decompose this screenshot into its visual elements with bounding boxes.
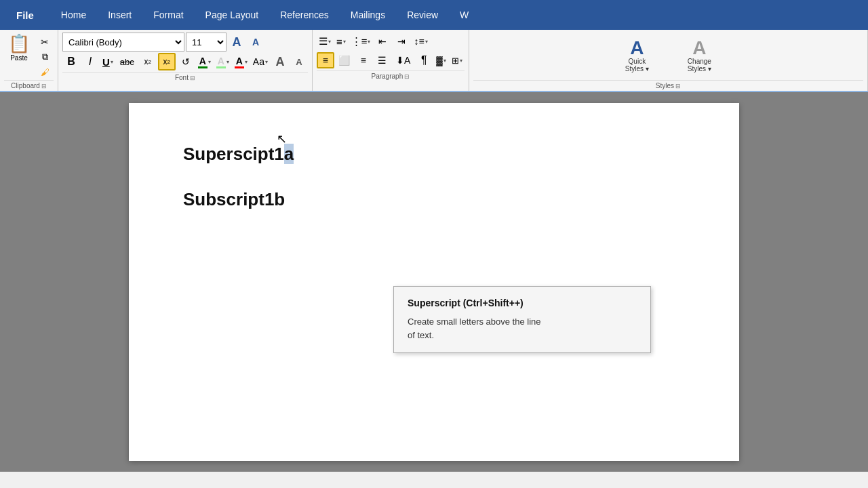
font-row1: Calibri (Body) 11 A A — [62, 33, 308, 52]
cut-button[interactable]: ✂ — [36, 35, 54, 49]
change-styles-button[interactable]: A Change Styles ▾ — [672, 38, 726, 73]
borders-drop-arrow: ▾ — [460, 58, 462, 64]
font-highlight-drop-arrow: ▾ — [226, 59, 229, 65]
multilevel-dropdown[interactable]: ⋮≡ ▾ — [349, 33, 373, 49]
text-highlight-dropdown[interactable]: A ▾ — [196, 54, 213, 70]
font-highlight-dropdown[interactable]: A ▾ — [214, 54, 231, 70]
grow-font-button[interactable]: A — [228, 33, 245, 51]
highlight-drop-arrow: ▾ — [208, 59, 211, 65]
superscript-text: Superscipt1 — [183, 144, 284, 164]
numbering-drop-arrow: ▾ — [343, 39, 346, 45]
clipboard-label: Clipboard ⊟ — [4, 80, 54, 91]
italic-button[interactable]: I — [81, 53, 99, 70]
clipboard-expand-icon[interactable]: ⊟ — [41, 83, 47, 89]
mailings-menu[interactable]: Mailings — [340, 0, 396, 30]
file-menu[interactable]: File — [0, 0, 50, 30]
ribbon: 📋 Paste ✂ ⧉ 🖌 Clipboard — [0, 30, 868, 92]
aa-icon: Aa — [253, 56, 264, 67]
numbering-dropdown[interactable]: ≡ ▾ — [334, 33, 348, 49]
format-menu[interactable]: Format — [142, 0, 194, 30]
superscript-text-line: Superscipt1a — [183, 144, 685, 165]
quick-styles-label: Quick Styles ▾ — [625, 58, 649, 73]
page-layout-menu[interactable]: Page Layout — [195, 0, 270, 30]
format-painter-button[interactable]: 🖌 — [36, 65, 54, 79]
font-color-dropdown[interactable]: A ▾ — [233, 54, 250, 70]
aa-drop-arrow: ▾ — [265, 59, 268, 65]
font-color-bar — [235, 66, 244, 68]
bullets-dropdown[interactable]: ☰ ▾ — [317, 33, 333, 49]
font-name-select[interactable]: Calibri (Body) — [62, 33, 184, 52]
line-spacing-icon: ↕≡ — [414, 36, 424, 47]
bold-button[interactable]: B — [62, 53, 80, 70]
aa-dropdown[interactable]: Aa ▾ — [251, 54, 270, 70]
format-painter-icon: 🖌 — [41, 67, 50, 77]
superscript-button[interactable]: x2 — [158, 53, 176, 70]
document-page[interactable]: Superscipt1a Subscript1b Superscript (Ct… — [129, 103, 739, 461]
font-color-icon: A — [236, 56, 243, 66]
align-center-icon: ⬜ — [338, 55, 350, 66]
insert-menu[interactable]: Insert — [97, 0, 142, 30]
shading-dropdown[interactable]: ▓ ▾ — [434, 52, 448, 68]
scissors-icon: ✂ — [41, 37, 49, 47]
shrink-font-button[interactable]: A — [247, 33, 264, 51]
para-expand-icon[interactable]: ⊟ — [404, 73, 410, 80]
subscript-button[interactable]: x2 — [139, 53, 157, 70]
references-menu[interactable]: References — [269, 0, 340, 30]
shrink-a-button[interactable]: A — [290, 53, 308, 70]
shading-icon: ▓ — [436, 56, 442, 66]
sort-button[interactable]: ⬇A — [393, 52, 414, 69]
superscript-highlighted-char: a — [284, 144, 294, 164]
font-group: Calibri (Body) 11 A A B I U ▾ — [58, 30, 313, 91]
styles-expand-icon[interactable]: ⊟ — [675, 83, 681, 89]
para-row2: ≡ ⬜ ≡ ☰ ⬇A ¶ — [317, 52, 465, 69]
font-label: Font ⊟ — [62, 72, 308, 83]
align-left-icon: ≡ — [323, 55, 328, 66]
ribbon-groups: 📋 Paste ✂ ⧉ 🖌 Clipboard — [0, 30, 868, 91]
underline-dropdown[interactable]: U ▾ — [100, 54, 115, 70]
align-left-button[interactable]: ≡ — [317, 52, 334, 68]
font-highlight-bar — [216, 66, 226, 68]
clipboard-content: 📋 Paste ✂ ⧉ 🖌 — [4, 33, 54, 79]
copy-icon: ⧉ — [42, 52, 48, 62]
align-right-button[interactable]: ≡ — [355, 52, 372, 68]
quick-styles-button[interactable]: A Quick Styles ▾ — [610, 38, 664, 73]
styles-content: A Quick Styles ▾ A Change Styles ▾ — [473, 33, 863, 79]
copy-button[interactable]: ⧉ — [36, 50, 54, 64]
font-content: Calibri (Body) 11 A A B I U ▾ — [62, 33, 308, 70]
change-styles-label: Change Styles ▾ — [688, 58, 711, 73]
clear-format-button[interactable]: ↺ — [177, 53, 195, 70]
para-row1: ☰ ▾ ≡ ▾ ⋮≡ ▾ ⇤ ⇥ — [317, 33, 465, 50]
borders-icon: ⊞ — [452, 56, 459, 66]
home-menu[interactable]: Home — [50, 0, 97, 30]
grow-a-button[interactable]: A — [271, 53, 289, 70]
decrease-indent-button[interactable]: ⇤ — [374, 33, 391, 50]
bullets-icon: ☰ — [319, 35, 328, 47]
document-area: ↖ Superscipt1a Subscript1b Superscript (… — [0, 92, 868, 472]
line-spacing-dropdown[interactable]: ↕≡ ▾ — [412, 33, 429, 49]
increase-indent-button[interactable]: ⇥ — [393, 33, 410, 50]
clipboard-group: 📋 Paste ✂ ⧉ 🖌 Clipboard — [0, 30, 58, 91]
paste-label: Paste — [10, 54, 28, 62]
highlight-color-bar — [198, 66, 208, 68]
font-size-select[interactable]: 11 — [186, 33, 226, 52]
numbering-icon: ≡ — [336, 36, 342, 47]
more-menu[interactable]: W — [449, 0, 479, 30]
multilevel-icon: ⋮≡ — [351, 35, 368, 47]
justify-button[interactable]: ☰ — [374, 52, 391, 68]
menu-bar: File Home Insert Format Page Layout Refe… — [0, 0, 868, 30]
pilcrow-button[interactable]: ¶ — [415, 52, 433, 69]
font-color-drop-arrow: ▾ — [245, 59, 248, 65]
borders-dropdown[interactable]: ⊞ ▾ — [450, 52, 465, 68]
font-expand-icon[interactable]: ⊟ — [190, 75, 195, 81]
bullets-drop-arrow: ▾ — [328, 39, 331, 45]
styles-label: Styles ⊟ — [473, 80, 863, 91]
font-row2: B I U ▾ abc x2 x2 ↺ — [62, 53, 308, 70]
subscript-text: Subscript1b — [183, 189, 285, 209]
paste-button[interactable]: 📋 Paste — [4, 33, 34, 62]
underline-drop-arrow: ▾ — [111, 59, 113, 65]
strikethrough-button[interactable]: abc — [117, 53, 138, 70]
align-center-button[interactable]: ⬜ — [336, 52, 353, 68]
review-menu[interactable]: Review — [396, 0, 449, 30]
styles-group: A Quick Styles ▾ A Change Styles ▾ Style… — [469, 30, 868, 91]
shading-drop-arrow: ▾ — [443, 58, 446, 64]
